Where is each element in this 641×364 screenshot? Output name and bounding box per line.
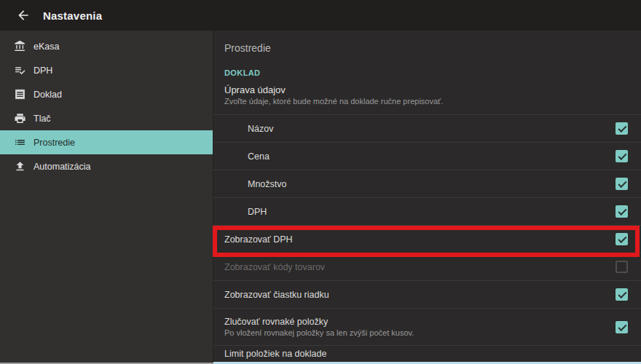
checkbox[interactable] [616,321,628,333]
row-label: Množstvo [248,179,287,189]
setting-row-dph[interactable]: DPH [213,197,641,225]
checkbox[interactable] [616,150,628,162]
row-label: Zlučovať rovnaké položky [224,317,414,327]
sidebar-item-dph[interactable]: DPH [0,58,213,82]
sidebar-item-automatizacia[interactable]: Automatizácia [0,154,213,178]
row-label: Zobrazovať čiastku riadku [224,290,329,300]
sidebar-item-label: Prostredie [34,138,75,148]
settings-list: Názov Cena Množstvo DPH Zobrazovať DPH [213,114,641,362]
setting-row-zobrazovat-dph[interactable]: Zobrazovať DPH [213,225,641,253]
list-icon [12,135,27,150]
checkbox[interactable] [616,205,628,218]
settings-screen: Nastavenia eKasa DPH Doklad [0,0,641,364]
checkbox[interactable] [616,233,628,245]
row-label: Zobrazovať DPH [224,234,293,245]
row-label: Cena [248,151,270,162]
back-button[interactable] [15,7,32,24]
checkbox[interactable] [616,178,628,190]
group-header[interactable]: Úprava údajov Zvoľte údaje, ktoré bude m… [224,84,641,106]
sidebar: eKasa DPH Doklad Tlač [0,31,213,364]
row-label: Názov [248,124,273,134]
setting-row-zlucovat-rovnake-polozky[interactable]: Zlučovať rovnaké položky Po vložení rovn… [213,308,641,345]
arrow-left-icon [16,8,31,23]
row-text: Zlučovať rovnaké položky Po vložení rovn… [224,317,414,338]
receipt-icon [12,87,27,102]
checkbox[interactable] [616,122,628,135]
sidebar-item-prostredie[interactable]: Prostredie [0,130,213,154]
section-header-doklad: DOKLAD [224,68,641,78]
group-title: Úprava údajov [224,84,641,96]
list-check-icon [12,63,27,78]
sidebar-item-doklad[interactable]: Doklad [0,82,213,106]
sidebar-item-label: DPH [34,66,52,76]
setting-row-nazov[interactable]: Názov [213,114,641,142]
panel-header: Prostredie DOKLAD Úprava údajov Zvoľte ú… [213,31,641,114]
checkbox[interactable] [616,288,628,301]
bank-icon [12,39,27,54]
sidebar-item-label: Automatizácia [34,162,91,172]
page-title: Nastavenia [43,9,102,22]
printer-icon [12,111,27,126]
checkbox [616,261,628,273]
row-subtitle: Po vložení rovnakej položky sa len zvýši… [224,328,414,338]
sidebar-item-label: eKasa [34,41,59,52]
sidebar-item-label: Doklad [34,90,62,100]
setting-row-limit-poloziek[interactable]: Limit položiek na doklade [213,345,641,362]
setting-row-cena[interactable]: Cena [213,142,641,170]
setting-row-zobrazovat-ciastku-riadku[interactable]: Zobrazovať čiastku riadku [213,280,641,308]
upload-icon [12,159,27,174]
row-label: Limit položiek na doklade [224,349,326,359]
main-panel: Prostredie DOKLAD Úprava údajov Zvoľte ú… [213,31,641,364]
sidebar-item-label: Tlač [34,114,51,124]
panel-title: Prostredie [224,41,641,55]
sidebar-item-ekasa[interactable]: eKasa [0,34,213,58]
app-bar: Nastavenia [0,0,641,31]
row-label: DPH [248,207,267,217]
sidebar-item-tlac[interactable]: Tlač [0,106,213,130]
body: eKasa DPH Doklad Tlač [0,31,641,364]
group-subtitle: Zvoľte údaje, ktoré bude možné na doklad… [224,96,641,106]
row-label: Zobrazovať kódy tovarov [224,262,325,272]
setting-row-zobrazovat-kody-tovarov: Zobrazovať kódy tovarov [213,253,641,280]
setting-row-mnozstvo[interactable]: Množstvo [213,170,641,197]
